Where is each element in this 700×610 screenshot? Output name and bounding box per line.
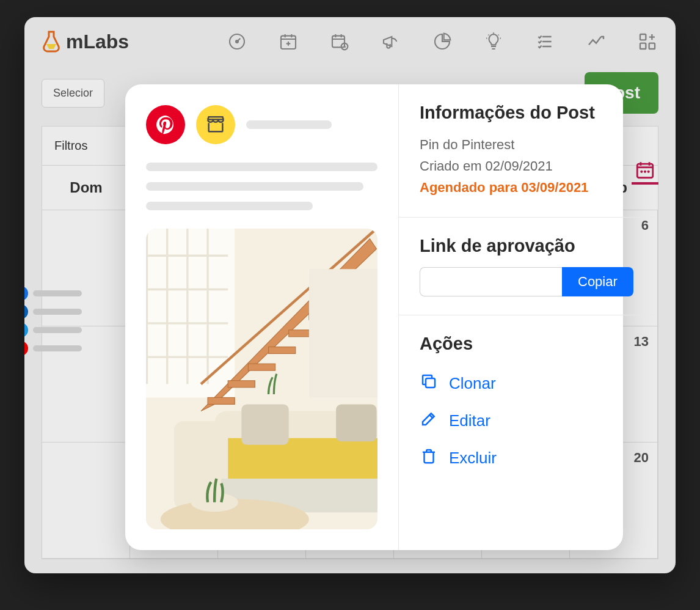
copy-button[interactable]: Copiar — [562, 267, 633, 296]
edit-label: Editar — [449, 411, 490, 430]
text-skeleton — [146, 182, 363, 191]
trash-icon — [420, 447, 438, 469]
svg-rect-38 — [336, 404, 376, 441]
svg-rect-41 — [426, 378, 435, 388]
svg-marker-32 — [309, 269, 377, 397]
pinterest-icon — [146, 105, 185, 144]
text-skeleton — [146, 202, 313, 210]
svg-rect-25 — [248, 364, 275, 370]
svg-rect-13 — [146, 229, 235, 397]
svg-rect-23 — [208, 397, 235, 404]
text-skeleton — [146, 163, 377, 171]
approval-link-title: Link de aprovação — [420, 236, 633, 256]
clone-button[interactable]: Clonar — [420, 365, 633, 402]
post-image-preview — [146, 229, 377, 529]
post-title-skeleton — [246, 120, 332, 129]
delete-label: Excluir — [449, 449, 497, 468]
delete-button[interactable]: Excluir — [420, 439, 633, 477]
approval-link-input[interactable] — [420, 267, 562, 296]
post-type-label: Pin do Pinterest — [420, 134, 633, 155]
svg-rect-37 — [241, 404, 288, 444]
pencil-icon — [420, 410, 438, 432]
svg-rect-24 — [228, 381, 255, 388]
info-title: Informações do Post — [420, 103, 633, 123]
shop-icon — [196, 105, 235, 144]
copy-icon — [420, 372, 438, 395]
edit-button[interactable]: Editar — [420, 402, 633, 439]
clone-label: Clonar — [449, 374, 496, 393]
created-date-label: Criado em 02/09/2021 — [420, 155, 633, 177]
svg-rect-26 — [269, 347, 296, 353]
post-detail-modal: Informações do Post Pin do Pinterest Cri… — [125, 84, 623, 550]
scheduled-date-label: Agendado para 03/09/2021 — [420, 177, 633, 198]
actions-title: Ações — [420, 334, 633, 354]
